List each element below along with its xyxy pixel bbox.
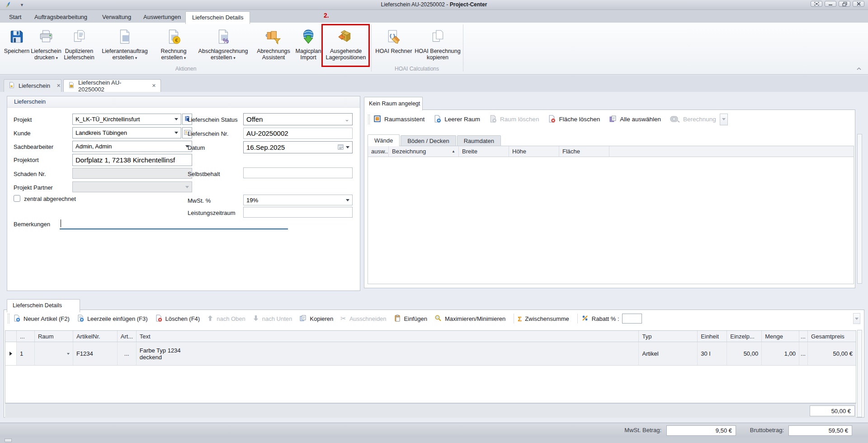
ribbon-tab-start[interactable]: Start <box>3 11 28 23</box>
lieferantenauftrag-erstellen-button[interactable]: Lieferantenauftrag erstellen <box>97 25 153 67</box>
billing-assistant-icon <box>266 29 281 46</box>
toolbar-separator <box>577 314 578 324</box>
duplizieren-lieferschein-button[interactable]: Duplizieren Lieferschein <box>62 25 96 67</box>
zwischensumme-button[interactable]: Σ Zwischensumme <box>518 315 569 323</box>
lieferschein-nr-input[interactable]: AU-20250002 <box>243 128 353 139</box>
bemerkungen-input[interactable] <box>60 218 288 229</box>
datum-input[interactable]: 16.Sep.2025 <box>243 141 353 153</box>
mwst-combo[interactable]: 19% <box>243 195 353 205</box>
rechnung-erstellen-button[interactable]: € Rechnung erstellen <box>154 25 193 67</box>
rabatt-input[interactable] <box>622 314 642 324</box>
fullscreen-button[interactable] <box>811 1 822 7</box>
column-header-typ[interactable]: Typ <box>639 331 698 342</box>
column-header-flaeche[interactable]: Fläche <box>559 146 609 157</box>
print-icon <box>38 29 54 46</box>
details-toolbar: Neuer Artikel (F2) Leerzeile einfügen (F… <box>4 310 864 327</box>
sachbearbeiter-combo[interactable]: Admin, Admin <box>72 141 192 152</box>
kopieren-button[interactable]: Kopieren <box>299 314 333 323</box>
column-header-art[interactable]: Art... <box>118 331 137 342</box>
details-grid-scrollbar[interactable] <box>857 330 862 417</box>
column-header-hoehe[interactable]: Höhe <box>509 146 559 157</box>
einheit-cell: 30 l <box>698 342 727 365</box>
column-header-einzelpreis[interactable]: Einzelp... <box>727 331 762 342</box>
maximieren-minimieren-button[interactable]: Maximieren/Minimieren <box>434 314 505 323</box>
column-header-text[interactable]: Text <box>137 331 639 342</box>
calculation-icon <box>670 114 680 124</box>
flaeche-loeschen-button[interactable]: Fläche löschen <box>548 115 600 124</box>
hoai-rechner-button[interactable]: { } HOAI Rechner <box>374 25 413 67</box>
lieferschein-status-value: Offen <box>246 115 343 123</box>
column-header-breite[interactable]: Breite <box>459 146 509 157</box>
zentral-abgerechnet-checkbox[interactable] <box>14 195 20 202</box>
abrechnungs-assistent-button[interactable]: Abrechnungs Assistent <box>253 25 294 67</box>
toolbar-overflow-button[interactable] <box>720 114 728 125</box>
close-button[interactable] <box>853 1 864 7</box>
move-up-icon <box>207 315 213 323</box>
button-label: Berechnung <box>683 116 716 123</box>
column-header-gesamtpreis[interactable]: Gesamtpreis <box>808 331 856 342</box>
leerzeile-einfuegen-button[interactable]: Leerzeile einfügen (F3) <box>77 314 148 323</box>
collapse-ribbon-icon[interactable] <box>856 65 862 72</box>
toolbar-drag-handle[interactable] <box>368 114 370 124</box>
subtab-waende[interactable]: Wände <box>368 134 400 146</box>
einfuegen-button[interactable]: Einfügen <box>394 314 427 323</box>
table-row[interactable]: 1 F1234 ... Farbe Typ 1234 deckend Artik… <box>5 342 856 366</box>
room-grid-scrollbar[interactable] <box>857 134 862 284</box>
ribbon-tab-lieferschein-details[interactable]: Lieferschein Details <box>185 11 250 24</box>
kunde-combo[interactable]: Landkreis Tübingen <box>72 127 181 138</box>
column-header-artikelnr[interactable]: ArtikelNr. <box>73 331 118 342</box>
ribbon-tab-verwaltung[interactable]: Verwaltung <box>96 11 137 23</box>
lieferschein-status-combo[interactable]: Offen⌄ <box>243 113 353 125</box>
column-header-einheit[interactable]: Einheit <box>698 331 727 342</box>
column-header-more[interactable]: ... <box>799 331 808 342</box>
kunde-label: Kunde <box>14 130 31 137</box>
magicplan-import-button[interactable]: Magicplan Import <box>294 25 322 67</box>
column-header-raum[interactable]: Raum <box>35 331 73 342</box>
details-tab[interactable]: Lieferschein Details <box>7 299 80 312</box>
restore-button[interactable] <box>839 1 850 7</box>
alle-auswaehlen-button[interactable]: Alle auswählen <box>609 115 661 124</box>
toolbar-overflow-button[interactable] <box>853 313 860 324</box>
more-ellipsis-button[interactable]: ... <box>799 342 808 365</box>
subtab-boeden-decken[interactable]: Böden / Decken <box>401 135 456 146</box>
art-ellipsis-button[interactable]: ... <box>118 342 137 365</box>
column-header-marker <box>5 331 17 342</box>
toolbar-drag-handle[interactable] <box>8 314 9 324</box>
column-header-dots[interactable]: ... <box>17 331 35 342</box>
sort-asc-icon: ▲ <box>452 149 455 153</box>
document-icon <box>9 82 15 90</box>
bottom-strip-handle[interactable] <box>5 438 12 442</box>
leerer-raum-button[interactable]: Leerer Raum <box>434 115 480 124</box>
projekt-combo[interactable]: K_LK-TÜ_Kirchtellinsfurt <box>72 114 181 125</box>
lieferschein-drucken-button[interactable]: Lieferschein drucken <box>31 25 61 67</box>
doc-tab-lieferschein[interactable]: Lieferschein ✕ <box>4 79 61 92</box>
chevron-down-icon[interactable] <box>346 146 349 148</box>
column-header-bezeichnung[interactable]: Bezeichnung▲ <box>389 146 459 157</box>
doc-tab-lieferschein-au20250002[interactable]: Lieferschein AU-20250002 ✕ <box>63 79 161 92</box>
ribbon-tab-auswertungen[interactable]: Auswertungen <box>137 11 187 23</box>
leistungszeitraum-input[interactable] <box>243 207 353 218</box>
button-label: Lieferschein drucken <box>31 48 61 61</box>
column-header-menge[interactable]: Menge <box>762 331 799 342</box>
speichern-button[interactable]: Speichern <box>4 25 30 67</box>
close-icon[interactable]: ✕ <box>152 83 156 89</box>
projektort-input[interactable]: Dorfplatz 1, 72138 Kirchentellinsf <box>72 154 192 166</box>
neuer-artikel-button[interactable]: Neuer Artikel (F2) <box>13 314 70 323</box>
button-label: Abschlagsrechnung erstellen <box>198 48 248 61</box>
raumassistent-button[interactable]: Raumassistent <box>373 115 425 124</box>
close-icon[interactable]: ✕ <box>57 83 61 89</box>
abschlagsrechnung-erstellen-button[interactable]: % Abschlagsrechnung erstellen <box>194 25 252 67</box>
raum-cell-combo[interactable] <box>35 342 73 365</box>
minimize-button[interactable] <box>825 1 836 7</box>
loeschen-button[interactable]: Löschen (F4) <box>155 314 200 323</box>
window-title-text: Lieferschein AU-20250002 - <box>381 1 450 8</box>
hoai-berechnung-kopieren-button[interactable]: HOAI Berechnung kopieren <box>414 25 461 67</box>
maximize-icon <box>434 314 442 323</box>
calendar-icon[interactable] <box>337 143 344 152</box>
room-tab-kein-raum-angelegt[interactable]: Kein Raum angelegt <box>364 97 423 110</box>
selbstbehalt-input[interactable] <box>243 167 353 178</box>
subtab-raumdaten[interactable]: Raumdaten <box>457 135 501 146</box>
column-header-ausw[interactable]: ausw... <box>368 146 389 157</box>
ausschneiden-button: ✂ Ausschneiden <box>340 314 386 323</box>
ribbon-tab-auftragsbearbeitung[interactable]: Auftragsbearbeitung <box>28 11 94 23</box>
